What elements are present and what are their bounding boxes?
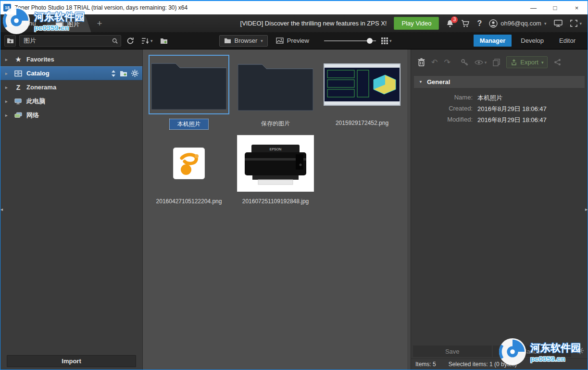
account-menu[interactable]: oh96@qq.com ▾: [489, 19, 546, 28]
grid-icon: [381, 37, 388, 44]
thumbnail-label[interactable]: 20160427105122204.png: [152, 197, 226, 206]
chevron-down-icon: ▾: [150, 38, 153, 43]
thumbnail-cell-image-2[interactable]: 20160427105122204.png: [146, 133, 232, 206]
thumbnail-size-slider[interactable]: [324, 36, 376, 46]
keywords-button[interactable]: [461, 59, 468, 66]
grid-view-button[interactable]: ▾: [379, 35, 394, 47]
panel-settings-gear[interactable]: [576, 347, 584, 356]
search-icon[interactable]: [112, 37, 118, 44]
save-button[interactable]: Save: [413, 345, 492, 357]
help-button[interactable]: ?: [477, 19, 482, 28]
sidebar-item-label: Favorites: [26, 56, 54, 63]
copy-button[interactable]: [493, 59, 500, 66]
sidebar-item-label: Catalog: [26, 70, 50, 77]
expand-arrow-icon[interactable]: ▸: [5, 85, 10, 90]
notifications-button[interactable]: 3: [446, 20, 454, 27]
chevron-down-icon: ▾: [579, 21, 582, 26]
sidebar-item-favorites[interactable]: ▸ ★ Favorites: [0, 52, 142, 66]
close-button[interactable]: ×: [566, 1, 588, 14]
thumbnail-label[interactable]: 保存的图片: [257, 119, 294, 129]
expand-arrow-icon[interactable]: ▸: [5, 57, 10, 62]
thumbnail-label[interactable]: 本机照片: [169, 119, 209, 130]
collapse-right-panel-handle[interactable]: ▸: [585, 207, 588, 212]
undo-button[interactable]: ↶: [431, 58, 438, 67]
folder-up-button[interactable]: [4, 35, 16, 47]
preview-icon: [276, 37, 284, 44]
share-button[interactable]: [554, 59, 561, 66]
expand-arrow-icon[interactable]: ▸: [5, 113, 10, 118]
chevron-down-icon: ▾: [544, 21, 547, 26]
mode-tabs: Manager Develop Editor: [474, 35, 582, 47]
cancel-button[interactable]: Cancel: [493, 345, 572, 357]
expand-arrow-icon[interactable]: ▸: [5, 99, 10, 104]
second-display-button[interactable]: [553, 20, 563, 27]
thumbnail-cell-image-3[interactable]: EPSON 201607251109192848.jpg: [232, 133, 319, 206]
new-tab-button[interactable]: +: [91, 18, 108, 29]
view-mode-dropdown[interactable]: Browser ▾: [219, 35, 268, 47]
image-thumbnail[interactable]: [173, 148, 205, 179]
thumbnail-cell-folder-2[interactable]: 保存的图片: [232, 53, 319, 130]
thumbnail-cell-image-1[interactable]: 2015929172452.png: [319, 53, 405, 130]
export-label: Export: [520, 59, 538, 66]
visibility-button[interactable]: ▾: [475, 60, 487, 65]
sort-button[interactable]: ▾: [139, 35, 155, 47]
sort-updown-icon[interactable]: [111, 70, 116, 77]
import-button[interactable]: Import: [7, 355, 136, 367]
photos-icon: [55, 21, 64, 28]
computer-icon: [14, 98, 23, 105]
image-thumbnail[interactable]: [324, 63, 400, 106]
panel-toolbar: ↶ ↷ ▾: [411, 49, 588, 73]
sidebar: ▸ ★ Favorites ▸ Catalog: [0, 49, 143, 370]
maximize-button[interactable]: □: [544, 1, 566, 14]
tab-develop[interactable]: Develop: [514, 35, 550, 47]
sidebar-item-this-pc[interactable]: ▸ 此电脑: [0, 94, 142, 108]
thumbnail-cell-folder-1[interactable]: 本机照片: [146, 53, 232, 130]
collapse-left-panel-handle[interactable]: ◂: [0, 207, 3, 212]
slider-thumb[interactable]: [367, 38, 373, 44]
thumbnail-label[interactable]: 2015929172452.png: [332, 119, 392, 127]
menu-button[interactable]: Menu: [0, 14, 44, 32]
redo-button[interactable]: ↷: [444, 58, 450, 67]
sidebar-item-label: Zonerama: [26, 84, 56, 91]
cart-button[interactable]: [461, 20, 470, 27]
refresh-button[interactable]: [125, 35, 136, 47]
sidebar-item-label: 此电脑: [26, 97, 45, 106]
general-section-header[interactable]: ▼ General: [414, 76, 585, 88]
content-scrollbar[interactable]: [407, 49, 411, 370]
path-box[interactable]: [19, 35, 121, 47]
path-input[interactable]: [20, 37, 112, 44]
sidebar-item-network[interactable]: ▸ 网络: [0, 108, 142, 122]
sidebar-item-catalog[interactable]: ▸ Catalog: [0, 66, 142, 80]
cart-icon: [461, 20, 470, 27]
preview-label: Preview: [287, 37, 309, 44]
tab-manager[interactable]: Manager: [474, 35, 512, 47]
play-video-button[interactable]: Play Video: [394, 17, 439, 30]
folder-thumbnail[interactable]: [236, 57, 315, 112]
add-folder-icon[interactable]: [120, 70, 127, 77]
fullscreen-icon: [570, 20, 577, 27]
selected-count: Selected items: 1 (0 bytes): [449, 361, 517, 368]
new-folder-button[interactable]: [158, 35, 170, 47]
fullscreen-button[interactable]: ▾: [570, 20, 582, 27]
menu-label: Menu: [20, 20, 36, 27]
tab-editor[interactable]: Editor: [553, 35, 582, 47]
minimize-button[interactable]: —: [523, 1, 544, 14]
preview-toggle[interactable]: Preview: [271, 37, 314, 44]
thumbnail-label[interactable]: 201607251109192848.jpg: [238, 197, 313, 206]
collapse-arrow-icon: ▼: [419, 80, 423, 84]
catalog-row-tools: [111, 70, 138, 77]
zonerama-icon: Z: [14, 84, 23, 91]
info-panel: ↶ ↷ ▾: [411, 49, 588, 370]
field-label-created: Created:: [416, 105, 473, 113]
export-button[interactable]: Export ▾: [506, 56, 548, 68]
expand-arrow-icon[interactable]: ▸: [5, 71, 10, 76]
window-controls: — □ ×: [523, 1, 588, 14]
folder-thumbnail[interactable]: [150, 56, 228, 111]
image-thumbnail[interactable]: EPSON: [237, 135, 314, 192]
account-email: oh96@qq.com: [500, 20, 541, 27]
sidebar-item-zonerama[interactable]: ▸ Z Zonerama: [0, 80, 142, 94]
tab-pictures[interactable]: 图片: [44, 16, 91, 32]
delete-button[interactable]: [418, 58, 425, 66]
gear-icon[interactable]: [131, 70, 138, 77]
network-icon: [14, 112, 23, 119]
